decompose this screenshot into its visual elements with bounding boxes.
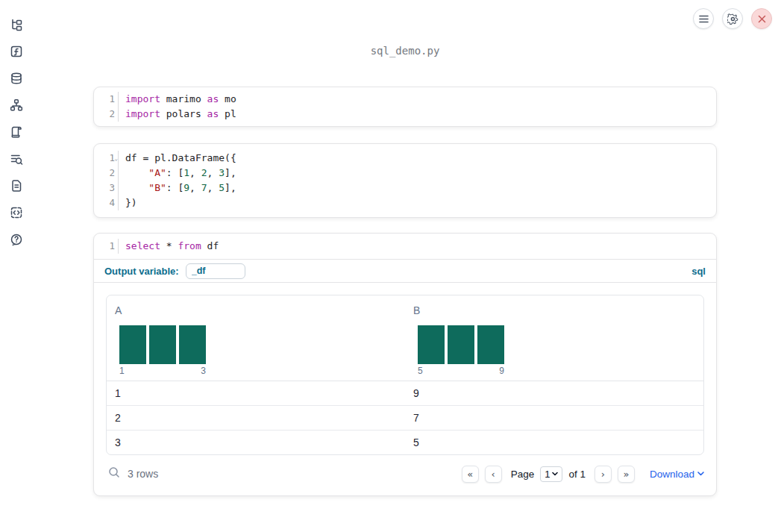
sql-code-editor[interactable]: 1select * from df — [94, 234, 716, 259]
code-line[interactable]: 1⌄df = pl.DataFrame({ — [94, 151, 716, 166]
documentation-icon[interactable] — [10, 179, 23, 193]
code-cell-dataframe[interactable]: 1⌄df = pl.DataFrame({2 "A": [1, 2, 3],3 … — [93, 143, 717, 218]
search-icon[interactable] — [108, 466, 120, 481]
output-variable-input[interactable] — [186, 263, 245, 279]
line-number: 2 — [94, 107, 119, 122]
table-body: 192735 — [107, 381, 703, 454]
code-editor[interactable]: 1import marimo as mo2import polars as pl — [94, 92, 716, 122]
histogram-bar — [448, 325, 474, 364]
table-cell: 1 — [107, 381, 405, 405]
page-total: of 1 — [568, 469, 586, 480]
table-row[interactable]: 27 — [107, 406, 703, 431]
menu-icon — [699, 15, 709, 23]
table-cell: 9 — [405, 381, 703, 405]
dataframe-table: A13B59 192735 — [106, 295, 704, 455]
line-number: 3 — [94, 181, 119, 195]
column-name: B — [413, 304, 703, 316]
code-line[interactable]: 1import marimo as mo — [94, 92, 716, 107]
variables-icon[interactable] — [10, 45, 23, 58]
download-label: Download — [650, 469, 694, 480]
line-number: 1⌄ — [94, 151, 119, 166]
chevron-down-icon — [697, 472, 704, 476]
table-row[interactable]: 19 — [107, 381, 703, 406]
sql-language-badge: sql — [691, 266, 706, 277]
settings-button[interactable] — [722, 8, 743, 29]
logs-icon[interactable] — [10, 125, 23, 139]
code-line[interactable]: 4}) — [94, 195, 716, 210]
gear-icon — [727, 13, 738, 25]
fold-chevron-icon[interactable]: ⌄ — [114, 151, 118, 166]
histogram-bar — [477, 325, 504, 364]
table-header: A13B59 — [107, 295, 703, 381]
code-line[interactable]: 2 "A": [1, 2, 3], — [94, 166, 716, 181]
snippets-icon[interactable] — [10, 206, 23, 219]
code-line[interactable]: 1select * from df — [94, 239, 716, 254]
column-histogram — [119, 325, 405, 364]
pagination: « ‹ Page 1 of 1 › » Download — [462, 466, 704, 483]
first-page-button[interactable]: « — [462, 466, 479, 483]
histogram-axis-labels: 59 — [418, 366, 504, 376]
sql-meta-bar: Output variable: sql — [94, 259, 716, 282]
next-page-button[interactable]: › — [595, 466, 612, 483]
column-name: A — [115, 304, 405, 316]
table-row[interactable]: 35 — [107, 431, 703, 454]
close-icon — [758, 15, 766, 23]
line-number: 1 — [94, 92, 119, 107]
line-number: 4 — [94, 195, 119, 210]
dependency-graph-icon[interactable] — [10, 98, 23, 112]
table-cell: 3 — [107, 431, 405, 454]
code-line[interactable]: 3 "B": [9, 7, 5], — [94, 181, 716, 195]
table-footer: 3 rows « ‹ Page 1 of 1 › » Download — [106, 461, 704, 486]
histogram-bar — [149, 325, 176, 364]
menu-button[interactable] — [693, 8, 714, 29]
datasources-icon[interactable] — [10, 72, 23, 85]
column-histogram — [418, 325, 703, 364]
line-number: 1 — [94, 239, 119, 254]
sql-output-area: A13B59 192735 3 rows « ‹ Page 1 of 1 — [94, 282, 716, 495]
sql-cell: 1select * from df Output variable: sql A… — [93, 233, 717, 496]
page-label: Page — [511, 469, 535, 480]
code-line[interactable]: 2import polars as pl — [94, 107, 716, 122]
prev-page-button[interactable]: ‹ — [485, 466, 502, 483]
histogram-bar — [418, 325, 445, 364]
table-cell: 5 — [405, 431, 703, 454]
histogram-bar — [179, 325, 206, 364]
table-cell: 2 — [107, 406, 405, 430]
help-icon[interactable] — [10, 233, 23, 246]
download-button[interactable]: Download — [650, 469, 704, 480]
file-explorer-icon[interactable] — [10, 18, 23, 31]
histogram-bar — [119, 325, 146, 364]
column-header-a[interactable]: A13 — [107, 295, 405, 381]
last-page-button[interactable]: » — [618, 466, 635, 483]
notebook-action-buttons — [693, 8, 772, 29]
line-number: 2 — [94, 166, 119, 181]
chevron-down-icon — [552, 472, 558, 476]
page-select-value: 1 — [545, 469, 550, 480]
notebook-filename: sql_demo.py — [93, 45, 717, 57]
notebook-main: sql_demo.py 1import marimo as mo2import … — [93, 45, 717, 496]
output-variable-label: Output variable: — [104, 266, 179, 277]
row-count: 3 rows — [128, 468, 158, 480]
shutdown-button[interactable] — [751, 8, 772, 29]
outline-search-icon[interactable] — [10, 152, 23, 166]
table-cell: 7 — [405, 406, 703, 430]
helper-panel-sidebar — [0, 0, 33, 532]
histogram-axis-labels: 13 — [119, 366, 206, 376]
code-editor[interactable]: 1⌄df = pl.DataFrame({2 "A": [1, 2, 3],3 … — [94, 151, 716, 210]
code-cell-imports[interactable]: 1import marimo as mo2import polars as pl — [93, 87, 717, 127]
column-header-b[interactable]: B59 — [405, 295, 703, 381]
page-select[interactable]: 1 — [540, 466, 562, 482]
